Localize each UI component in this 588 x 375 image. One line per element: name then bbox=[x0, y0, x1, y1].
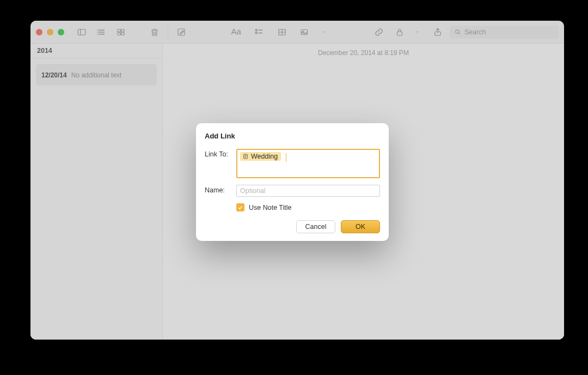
note-preview: No additional text bbox=[71, 71, 122, 79]
name-label: Name: bbox=[205, 185, 236, 194]
svg-rect-9 bbox=[121, 29, 124, 32]
delete-note-button[interactable] bbox=[147, 26, 162, 39]
share-group bbox=[371, 26, 445, 39]
note-list-section-header: 2014 bbox=[30, 44, 162, 58]
share-button[interactable] bbox=[430, 26, 445, 39]
svg-point-6 bbox=[97, 32, 98, 32]
format-text-button[interactable]: Aa bbox=[229, 26, 244, 39]
ok-button-label: OK bbox=[356, 223, 365, 231]
cancel-button[interactable]: Cancel bbox=[296, 220, 335, 233]
note-icon bbox=[242, 153, 249, 160]
link-token[interactable]: Wedding bbox=[240, 152, 281, 161]
minimize-window-button[interactable] bbox=[47, 29, 53, 35]
svg-point-5 bbox=[97, 29, 98, 30]
toolbar: Aa bbox=[30, 21, 564, 44]
search-icon bbox=[454, 28, 461, 35]
text-caret bbox=[286, 153, 286, 162]
svg-point-15 bbox=[255, 29, 257, 31]
use-note-title-checkbox[interactable] bbox=[236, 203, 244, 211]
svg-rect-24 bbox=[397, 32, 402, 35]
svg-line-27 bbox=[458, 33, 460, 34]
sheet-title: Add Link bbox=[205, 132, 380, 140]
media-menu-chevron-icon[interactable] bbox=[317, 26, 332, 39]
use-note-title-label: Use Note Title bbox=[249, 204, 292, 211]
ok-button[interactable]: OK bbox=[341, 220, 380, 233]
note-date: 12/20/14 bbox=[41, 71, 67, 79]
svg-rect-11 bbox=[121, 32, 124, 35]
toolbar-separator bbox=[168, 26, 168, 38]
search-field[interactable]: Search bbox=[450, 26, 559, 39]
window-controls bbox=[36, 29, 64, 35]
svg-point-7 bbox=[97, 34, 98, 34]
note-list-sidebar: 2014 12/20/14 No additional text bbox=[30, 44, 163, 340]
lock-button[interactable] bbox=[392, 26, 407, 39]
close-window-button[interactable] bbox=[36, 29, 42, 35]
search-placeholder: Search bbox=[464, 28, 486, 36]
note-list-item[interactable]: 12/20/14 No additional text bbox=[36, 64, 157, 86]
format-group: Aa bbox=[229, 26, 332, 39]
cancel-button-label: Cancel bbox=[305, 223, 327, 231]
new-note-button[interactable] bbox=[174, 26, 189, 39]
note-timestamp: December 20, 2014 at 8:19 PM bbox=[163, 44, 564, 60]
name-field[interactable] bbox=[236, 185, 380, 197]
check-icon bbox=[237, 204, 243, 210]
svg-point-26 bbox=[456, 30, 460, 34]
lock-menu-chevron-icon[interactable] bbox=[409, 26, 425, 39]
svg-rect-0 bbox=[78, 29, 85, 35]
link-to-field[interactable]: Wedding bbox=[236, 149, 380, 178]
link-token-text: Wedding bbox=[251, 153, 278, 160]
table-button[interactable] bbox=[274, 26, 290, 39]
notes-app-window: Aa bbox=[30, 21, 564, 340]
toggle-sidebar-button[interactable] bbox=[74, 26, 89, 39]
zoom-window-button[interactable] bbox=[58, 29, 64, 35]
svg-rect-8 bbox=[118, 29, 120, 32]
svg-rect-10 bbox=[118, 32, 120, 35]
link-to-label: Link To: bbox=[205, 149, 236, 158]
gallery-view-button[interactable] bbox=[113, 26, 128, 39]
media-button[interactable] bbox=[297, 26, 313, 39]
add-link-sheet: Add Link Link To: Wedding Name: Use Note… bbox=[196, 123, 389, 241]
link-button[interactable] bbox=[371, 26, 387, 39]
svg-point-17 bbox=[255, 32, 257, 34]
checklist-button[interactable] bbox=[252, 26, 267, 39]
list-view-button[interactable] bbox=[94, 26, 109, 39]
